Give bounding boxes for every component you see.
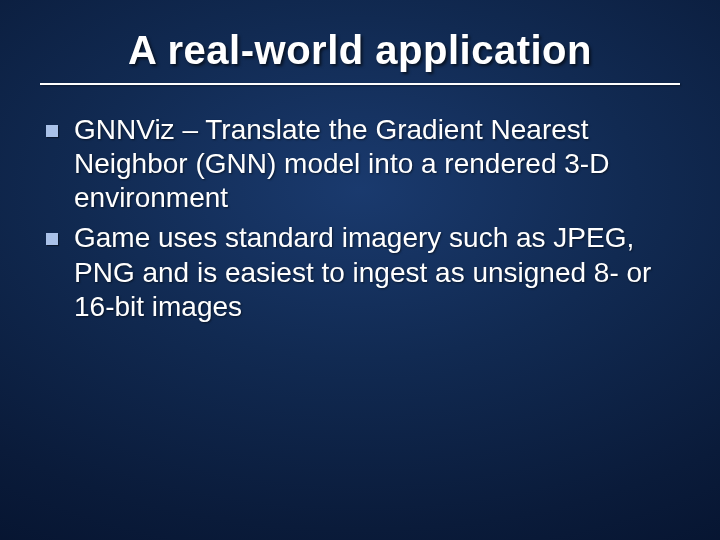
- list-item: Game uses standard imagery such as JPEG,…: [40, 221, 680, 323]
- bullet-list: GNNViz – Translate the Gradient Nearest …: [40, 113, 680, 324]
- title-underline: [40, 83, 680, 85]
- slide: A real-world application GNNViz – Transl…: [0, 0, 720, 540]
- slide-title: A real-world application: [40, 28, 680, 73]
- list-item: GNNViz – Translate the Gradient Nearest …: [40, 113, 680, 215]
